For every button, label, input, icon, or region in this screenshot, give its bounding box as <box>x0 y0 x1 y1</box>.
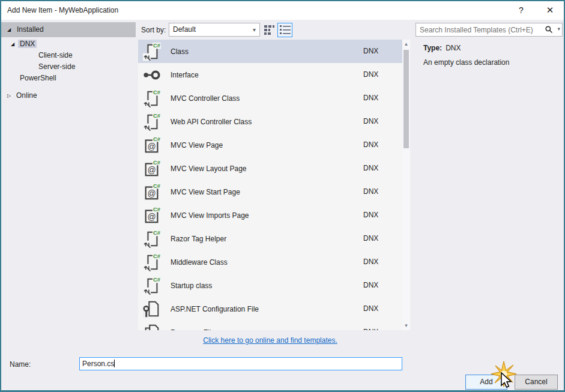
svg-text:C#: C# <box>153 253 161 259</box>
svg-text:C#: C# <box>153 113 161 119</box>
svg-text:C#: C# <box>153 160 161 166</box>
list-item-asp-net-configuration-file[interactable]: ASP.NET Configuration FileDNX <box>138 297 402 321</box>
template-type: DNX <box>363 40 378 63</box>
small-icons-view-icon <box>263 24 276 36</box>
type-label: Type: <box>423 44 442 52</box>
template-name: MVC View Page <box>171 141 223 149</box>
cancel-button[interactable]: Cancel <box>515 375 558 390</box>
scrollbar-thumb[interactable] <box>403 50 409 148</box>
csharp-class-icon: C# <box>143 230 161 248</box>
search-icon[interactable] <box>545 25 553 35</box>
template-name: Web API Controller Class <box>171 118 252 126</box>
titlebar: Add New Item - MyWebApplication ? ✕ <box>1 1 564 20</box>
csharp-class-icon: C# <box>143 89 161 107</box>
list-item-class[interactable]: C# ClassDNX <box>138 40 402 63</box>
list-item-mvc-controller-class[interactable]: C# MVC Controller ClassDNX <box>138 86 402 110</box>
sidebar-item-label: DNX <box>18 40 37 48</box>
svg-text:C#: C# <box>153 207 161 213</box>
list-item-middleware-class[interactable]: C# Middleware ClassDNX <box>138 250 402 274</box>
svg-text:C#: C# <box>153 230 161 236</box>
template-name: MVC Controller Class <box>171 94 240 103</box>
sidebar-header-label: Installed <box>17 22 44 37</box>
small-icons-view-button[interactable] <box>263 24 276 36</box>
sidebar-tree: ◢DNXClient-sideServer-sidePowerShell▷Onl… <box>1 38 136 101</box>
collapsed-triangle-icon[interactable]: ▷ <box>7 90 14 101</box>
type-value: DNX <box>446 44 461 52</box>
sidebar-item-powershell[interactable]: PowerShell <box>1 73 136 84</box>
add-button[interactable]: Add <box>465 375 507 390</box>
template-type: DNX <box>363 180 378 204</box>
template-name: MVC View Imports Page <box>171 211 249 220</box>
csharp-class-icon: C# <box>143 253 161 271</box>
svg-text:@: @ <box>147 142 156 151</box>
list-item-razor-tag-helper[interactable]: C# Razor Tag HelperDNX <box>138 227 402 250</box>
name-input[interactable]: Person.cs <box>79 357 402 370</box>
help-button[interactable]: ? <box>515 4 528 17</box>
interface-icon <box>143 66 161 84</box>
list-scrollbar[interactable]: ▲ ▼ <box>402 40 410 330</box>
template-type: DNX <box>363 110 378 133</box>
csharp-class-icon: C# <box>143 43 161 61</box>
chevron-down-icon: ▾ <box>253 23 256 36</box>
sidebar-item-label: Online <box>14 91 39 100</box>
template-type: DNX <box>363 297 378 321</box>
svg-text:C#: C# <box>153 183 161 189</box>
template-name: MVC View Start Page <box>171 188 240 196</box>
template-type: DNX <box>363 86 378 110</box>
search-box: ▾ <box>415 23 563 37</box>
razor-view-icon: @ C# <box>143 183 161 201</box>
sort-by-dropdown[interactable]: Default ▾ <box>169 23 260 37</box>
template-name: Middleware Class <box>171 258 228 267</box>
razor-view-icon: @ C# <box>143 207 161 225</box>
sidebar-item-server-side[interactable]: Server-side <box>1 61 136 73</box>
sidebar-item-label: Server-side <box>37 62 77 71</box>
sidebar-header-installed[interactable]: ◢ Installed <box>1 22 136 37</box>
svg-text:@: @ <box>147 212 156 222</box>
template-name: Class <box>171 47 189 56</box>
list-item-resource-file[interactable]: Resource FileDNX <box>138 321 402 330</box>
name-value: Person.cs <box>82 360 114 368</box>
scroll-down-icon[interactable]: ▼ <box>402 321 410 330</box>
list-item-mvc-view-layout-page[interactable]: @ C# MVC View Layout PageDNX <box>138 157 402 180</box>
list-view-button[interactable] <box>277 23 292 37</box>
search-input[interactable] <box>416 23 536 36</box>
list-item-web-api-controller-class[interactable]: C# Web API Controller ClassDNX <box>138 110 402 133</box>
text-caret <box>114 360 115 367</box>
sidebar-item-dnx[interactable]: ◢DNX <box>1 38 136 50</box>
add-new-item-dialog: Add New Item - MyWebApplication ? ✕ ◢ In… <box>0 0 565 392</box>
svg-text:@: @ <box>147 188 156 198</box>
sort-by-value: Default <box>173 25 196 34</box>
chevron-down-icon[interactable]: ▾ <box>557 26 560 32</box>
list-item-mvc-view-page[interactable]: @ C# MVC View PageDNX <box>138 133 402 157</box>
sidebar-item-client-side[interactable]: Client-side <box>1 50 136 61</box>
svg-text:C#: C# <box>153 277 161 283</box>
template-type: DNX <box>363 250 378 274</box>
expanded-triangle-icon[interactable]: ◢ <box>7 22 11 37</box>
details-panel: Type:DNX An empty class declaration <box>423 44 563 67</box>
razor-view-icon: @ C# <box>143 160 161 178</box>
list-item-interface[interactable]: InterfaceDNX <box>138 63 402 86</box>
template-name: Startup class <box>171 282 212 290</box>
template-description: An empty class declaration <box>423 58 563 67</box>
expanded-triangle-icon[interactable]: ◢ <box>11 38 18 50</box>
config-file-icon <box>143 300 161 318</box>
svg-text:C#: C# <box>153 89 161 95</box>
resource-file-icon <box>143 324 161 331</box>
template-type: DNX <box>363 321 378 330</box>
sort-by-label: Sort by: <box>141 26 166 34</box>
link-bar: Click here to go online and find templat… <box>138 330 402 352</box>
go-online-link[interactable]: Click here to go online and find templat… <box>203 336 337 345</box>
scroll-up-icon[interactable]: ▲ <box>402 40 410 49</box>
close-button[interactable]: ✕ <box>543 4 557 17</box>
template-name: ASP.NET Configuration File <box>171 305 259 313</box>
template-name: MVC View Layout Page <box>171 164 247 173</box>
svg-text:C#: C# <box>153 43 161 49</box>
template-type: DNX <box>363 204 378 227</box>
list-item-mvc-view-start-page[interactable]: @ C# MVC View Start PageDNX <box>138 180 402 204</box>
sidebar-item-online[interactable]: ▷Online <box>1 90 136 101</box>
svg-text:C#: C# <box>153 136 161 142</box>
list-item-mvc-view-imports-page[interactable]: @ C# MVC View Imports PageDNX <box>138 204 402 227</box>
template-list: C# ClassDNX InterfaceDNX C# MVC Controll… <box>138 40 402 330</box>
template-type: DNX <box>363 274 378 297</box>
list-item-startup-class[interactable]: C# Startup classDNX <box>138 274 402 297</box>
